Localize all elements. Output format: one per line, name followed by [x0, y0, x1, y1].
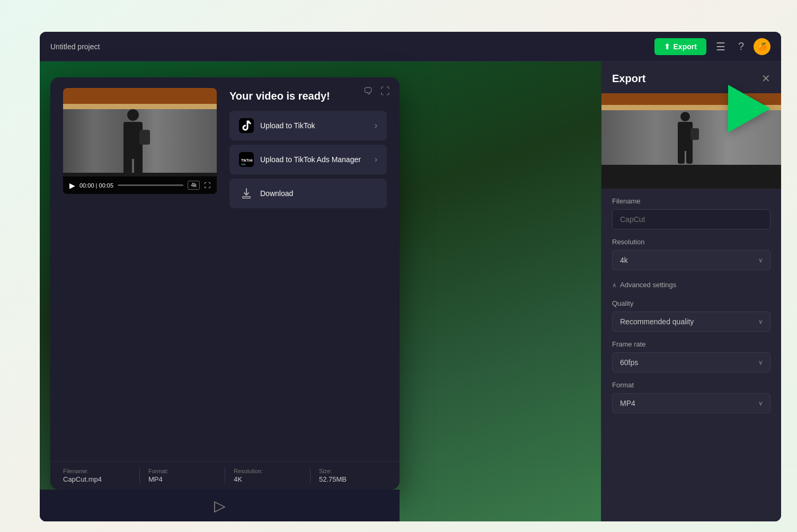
tiktok-ads-icon: TikTok Ads [239, 152, 254, 167]
resolution-label: Resolution: [234, 468, 302, 474]
resolution-select-wrapper: 4k 1080p 720p 2k [612, 250, 771, 270]
modal-right: Your video is ready! Upload to TikTok [229, 88, 387, 212]
green-arrow-icon [728, 85, 771, 132]
export-button[interactable]: ⬆ Export [654, 38, 706, 55]
preview-person [674, 112, 697, 165]
svg-text:Ads: Ads [241, 163, 246, 166]
panel-form: Filename Resolution 4k 1080p 720p 2k [601, 189, 781, 521]
advanced-settings-toggle[interactable]: ∧ Advanced settings [612, 279, 771, 291]
comment-icon-button[interactable]: 🗨 [362, 85, 374, 98]
play-button-large[interactable]: ▷ [214, 497, 226, 515]
person-legs [123, 159, 143, 175]
format-value: MP4 [148, 475, 216, 483]
frame-rate-group: Frame rate 60fps 30fps 24fps [612, 340, 771, 373]
resolution-info: Resolution: 4K [225, 468, 311, 483]
video-thumbnail: ▶ 00:00 | 00:05 4k ⛶ [63, 88, 217, 194]
download-icon [239, 186, 254, 201]
chevron-right-icon: › [375, 121, 377, 130]
format-form-label: Format [612, 381, 771, 389]
expand-icon-button[interactable]: ⛶ [379, 85, 391, 98]
download-label: Download [260, 189, 293, 198]
upload-tiktok-ads-button[interactable]: TikTok Ads Upload to TikTok Ads Manager … [229, 145, 387, 174]
person-silhouette [117, 109, 149, 173]
main-content: 🗨 ⛶ [40, 61, 781, 521]
person-head [127, 109, 139, 121]
filename-info: Filename: CapCut.mp4 [63, 468, 140, 483]
quality-select[interactable]: Recommended quality High quality Standar… [612, 312, 771, 332]
app-window: Untitled project ⬆ Export ☰ ? 🍊 🗨 ⛶ [40, 32, 781, 521]
person-bag [139, 130, 150, 145]
size-value: 52.75MB [319, 475, 387, 483]
fullscreen-button[interactable]: ⛶ [204, 182, 210, 189]
tiktok-icon [239, 118, 254, 133]
quality-form-label: Quality [612, 299, 771, 307]
top-bar-actions: ⬆ Export ☰ ? 🍊 [654, 38, 771, 55]
person-body [123, 122, 143, 159]
advanced-settings-label: Advanced settings [620, 281, 676, 289]
resolution-form-label: Resolution [612, 238, 771, 246]
upload-tiktok-button[interactable]: Upload to TikTok › [229, 111, 387, 140]
export-upload-icon: ⬆ [664, 42, 670, 51]
close-panel-button[interactable]: ✕ [761, 72, 771, 85]
chevron-up-icon: ∧ [612, 281, 617, 289]
resolution-group: Resolution 4k 1080p 720p 2k [612, 238, 771, 270]
resolution-value: 4K [234, 475, 302, 483]
avatar-button[interactable]: 🍊 [754, 38, 771, 55]
top-bar: Untitled project ⬆ Export ☰ ? 🍊 [40, 32, 781, 61]
upload-tiktok-ads-label: Upload to TikTok Ads Manager [260, 155, 361, 164]
format-group: Format MP4 MOV AVI [612, 381, 771, 413]
frame-rate-form-label: Frame rate [612, 340, 771, 348]
filename-form-label: Filename [612, 197, 771, 205]
file-info-bar: Filename: CapCut.mp4 Format: MP4 Resolut… [50, 461, 400, 490]
current-time: 00:00 [79, 182, 94, 189]
filename-label: Filename: [63, 468, 131, 474]
help-icon-button[interactable]: ? [735, 38, 747, 55]
upload-tiktok-label: Upload to TikTok [260, 121, 315, 130]
format-info: Format: MP4 [140, 468, 225, 483]
format-select-wrapper: MP4 MOV AVI [612, 393, 771, 413]
resolution-select[interactable]: 4k 1080p 720p 2k [612, 250, 771, 270]
video-area: 🗨 ⛶ [40, 61, 601, 521]
format-select[interactable]: MP4 MOV AVI [612, 393, 771, 413]
format-label: Format: [148, 468, 216, 474]
quality-badge: 4k [188, 181, 200, 190]
export-modal: 🗨 ⛶ [50, 77, 400, 490]
total-time: 00:05 [99, 182, 114, 189]
play-button-small[interactable]: ▶ [69, 181, 75, 190]
quality-select-wrapper: Recommended quality High quality Standar… [612, 312, 771, 332]
time-display: 00:00 | 00:05 [79, 182, 113, 189]
export-panel-title: Export [612, 73, 645, 85]
quality-group: Quality Recommended quality High quality… [612, 299, 771, 332]
filename-group: Filename [612, 197, 771, 229]
video-controls: ▶ 00:00 | 00:05 4k ⛶ [63, 176, 217, 194]
arrow-indicator [728, 85, 771, 132]
chevron-right-icon-2: › [375, 155, 377, 164]
modal-top-icons: 🗨 ⛶ [362, 85, 391, 98]
menu-icon-button[interactable]: ☰ [713, 38, 729, 55]
export-button-label: Export [674, 42, 697, 51]
video-preview-section: ▶ 00:00 | 00:05 4k ⛶ [50, 77, 400, 221]
filename-value: CapCut.mp4 [63, 475, 131, 483]
svg-text:TikTok: TikTok [241, 158, 253, 162]
size-info: Size: 52.75MB [311, 468, 387, 483]
bottom-play-area: ▷ [40, 490, 400, 521]
progress-bar[interactable] [118, 184, 183, 186]
size-label: Size: [319, 468, 387, 474]
frame-rate-select-wrapper: 60fps 30fps 24fps [612, 352, 771, 373]
download-button[interactable]: Download [229, 179, 387, 208]
project-title: Untitled project [50, 42, 100, 51]
filename-input[interactable] [612, 209, 771, 229]
frame-rate-select[interactable]: 60fps 30fps 24fps [612, 352, 771, 373]
